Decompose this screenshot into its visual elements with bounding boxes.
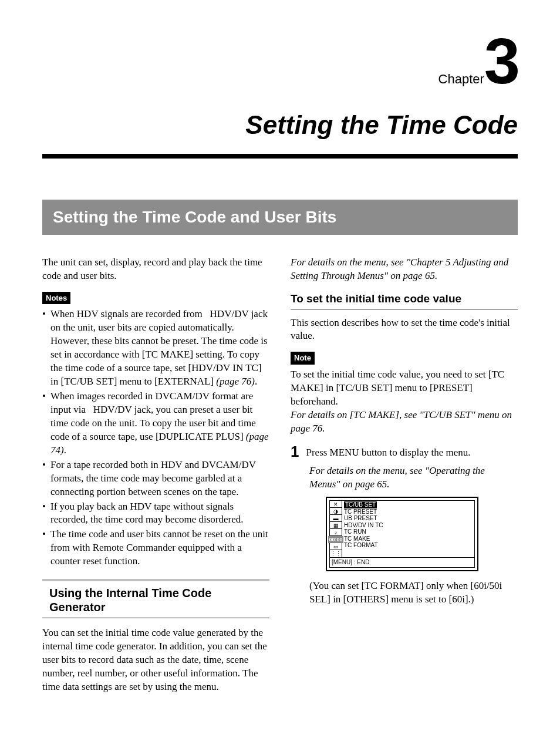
note-text: The time code and user bits cannot be re… [50, 528, 268, 567]
menu-item: UB PRESET [344, 515, 473, 522]
note-text: For a tape recorded both in HDV and DVCA… [50, 459, 256, 497]
menu-figure: ✕ ◑ ▬ ▦ ♪ 00:00 ▭ ⋮⋮ TC/UB SET TC PRESET… [326, 497, 478, 571]
menu-icon: ▭ [330, 543, 342, 550]
menu-footer: [MENU] : END [329, 558, 475, 568]
menu-item: TC RUN [344, 528, 473, 535]
format-note: (You can set [TC FORMAT] only when [60i/… [309, 579, 518, 607]
page-title: Setting the Time Code [42, 110, 518, 143]
menu-item: HDV/DV IN TC [344, 522, 473, 529]
subsection-text: You can set the initial time code value … [42, 626, 269, 694]
chapter-number: 3 [484, 35, 518, 87]
note-item: For a tape recorded both in HDV and DVCA… [42, 459, 269, 499]
notes-list: When HDV signals are recorded from HDV/D… [42, 308, 269, 568]
note-text: When images recorded in DVCAM/DV format … [50, 390, 256, 442]
note-item: When HDV signals are recorded from HDV/D… [42, 308, 269, 389]
menu-icon: ▬ [330, 515, 342, 522]
right-column: For details on the menu, see "Chapter 5 … [291, 256, 518, 702]
subsection-desc: This section describes how to set the ti… [291, 316, 518, 343]
section-heading: Setting the Time Code and User Bits [42, 200, 518, 235]
note-text: If you play back an HDV tape without sig… [50, 501, 244, 525]
menu-item: TC FORMAT [344, 542, 473, 549]
chapter-heading: Chapter3 [42, 35, 518, 87]
intro-text: The unit can set, display, record and pl… [42, 256, 269, 283]
note-item: The time code and user bits cannot be re… [42, 528, 269, 568]
menu-item: TC PRESET [344, 508, 473, 515]
menu-icon: ▦ [330, 522, 342, 529]
step-reference: For details on the menu, see "Operating … [309, 464, 518, 491]
note-item: If you play back an HDV tape without sig… [42, 500, 269, 527]
menu-item: TC MAKE [344, 535, 473, 543]
menu-icon: ◑ [330, 508, 342, 515]
left-column: The unit can set, display, record and pl… [42, 256, 269, 702]
chapter-label: Chapter [438, 72, 484, 87]
subsection-heading-2: To set the initial time code value [291, 291, 518, 309]
menu-icon-column: ✕ ◑ ▬ ▦ ♪ 00:00 ▭ ⋮⋮ [329, 500, 342, 558]
menu-detail-ref: For details on the menu, see "Chapter 5 … [291, 256, 518, 283]
note-ref-text: For details on [TC MAKE], see "TC/UB SET… [291, 409, 518, 436]
step-number: 1 [291, 444, 299, 459]
step-text: Press MENU button to display the menu. [306, 444, 518, 460]
menu-item-list: TC/UB SET TC PRESET UB PRESET HDV/DV IN … [342, 500, 475, 558]
subsection-heading: Using the Internal Time Code Generator [42, 579, 269, 618]
title-rule-thick [42, 155, 518, 159]
menu-icon: ⋮⋮ [330, 550, 342, 557]
note-item: When images recorded in DVCAM/DV format … [42, 390, 269, 457]
note-ref: (page 76) [216, 376, 255, 387]
menu-icon: ✕ [330, 501, 342, 508]
note-label: Note [291, 352, 315, 365]
note-body: To set the initial time code value, you … [291, 368, 518, 409]
menu-icon-highlight: 00:00 [330, 536, 342, 543]
page-title-block: Setting the Time Code [42, 110, 518, 159]
menu-item-selected: TC/UB SET [344, 501, 377, 508]
step-1: 1 Press MENU button to display the menu. [291, 444, 518, 460]
notes-label: Notes [42, 292, 70, 305]
menu-icon: ♪ [330, 529, 342, 536]
